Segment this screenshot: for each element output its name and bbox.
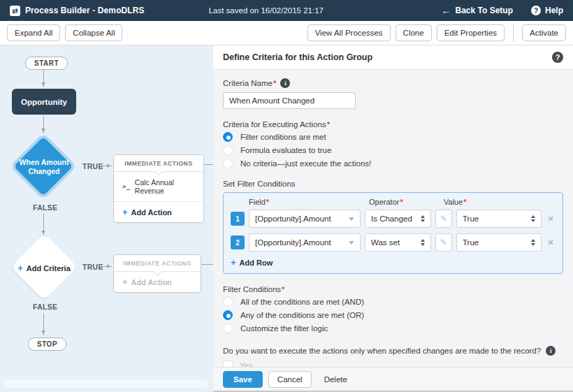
remove-row-icon[interactable]: ✕ xyxy=(546,238,556,247)
radio-button[interactable] xyxy=(223,159,233,168)
add-criteria-label[interactable]: +Add Criteria xyxy=(6,263,82,274)
panel-title: Define Criteria for this Action Group xyxy=(223,52,372,62)
true-label: TRUE xyxy=(82,162,103,170)
value-select[interactable]: True xyxy=(456,233,542,252)
row-number-badge: 1 xyxy=(231,212,245,226)
value-column-header: Value* xyxy=(444,198,467,206)
dropdown-triangle-icon xyxy=(349,241,354,247)
radio-button-selected[interactable] xyxy=(223,132,233,142)
info-icon[interactable]: i xyxy=(280,78,290,88)
apex-code-icon: >_ xyxy=(122,183,130,190)
clone-button[interactable]: Clone xyxy=(396,24,432,41)
select-stepper-icon xyxy=(421,237,425,248)
executing-actions-label: Criteria for Executing Actions* xyxy=(223,120,563,129)
delete-button[interactable]: Delete xyxy=(317,372,354,387)
help-label: Help xyxy=(545,6,563,15)
activate-button[interactable]: Activate xyxy=(522,24,566,41)
immediate-actions-header: IMMEDIATE ACTIONS xyxy=(114,255,201,272)
panel-body: Criteria Name* i Criteria for Executing … xyxy=(213,70,573,370)
filter-row-2: 2 [Opportunity].Amount Was set ✎ True ✕ xyxy=(231,233,556,252)
plus-icon: + xyxy=(231,257,236,268)
radio-customize-filter-logic[interactable]: Customize the filter logic xyxy=(223,324,563,333)
radio-filter-conditions-met[interactable]: Filter conditions are met xyxy=(223,132,563,142)
card-connector-line xyxy=(204,164,213,165)
operator-select[interactable]: Is Changed xyxy=(365,210,431,228)
true-label: TRUE xyxy=(82,263,103,271)
required-asterisk: * xyxy=(273,79,276,87)
radio-button-selected[interactable] xyxy=(223,310,233,320)
start-node: START xyxy=(25,57,68,70)
false-label: FALSE xyxy=(33,303,57,311)
plus-icon: + xyxy=(122,277,128,287)
connector-arrow xyxy=(43,213,44,235)
add-action-button[interactable]: + Add Action xyxy=(114,202,203,222)
row-number-badge: 2 xyxy=(231,235,245,249)
criteria-name-input[interactable] xyxy=(223,92,356,109)
operator-select[interactable]: Was set xyxy=(365,233,431,252)
required-asterisk: * xyxy=(327,120,330,129)
horizontal-scrollbar[interactable] xyxy=(3,379,208,388)
panel-footer: Save Cancel Delete xyxy=(213,367,573,391)
true-arrow xyxy=(101,266,112,267)
view-all-processes-button[interactable]: View All Processes xyxy=(307,24,391,41)
panel-header: Define Criteria for this Action Group ? xyxy=(213,45,573,70)
collapse-all-button[interactable]: Collapse All xyxy=(65,24,122,41)
connector-arrow xyxy=(43,115,44,133)
edit-properties-button[interactable]: Edit Properties xyxy=(437,24,505,41)
radio-all-conditions-and[interactable]: All of the conditions are met (AND) xyxy=(223,297,563,307)
card-connector-line xyxy=(201,264,213,265)
field-picker[interactable]: [Opportunity].Amount xyxy=(249,233,361,252)
operator-column-header: Operator* xyxy=(369,198,440,206)
specified-changes-question: Do you want to execute the actions only … xyxy=(223,346,563,356)
process-builder-icon: ⇄ xyxy=(10,6,20,16)
help-link[interactable]: ? Help xyxy=(531,6,563,15)
last-saved-text: Last saved on 16/02/2015 21:17 xyxy=(209,6,324,15)
back-arrow-icon: ← xyxy=(442,5,451,16)
info-icon[interactable]: i xyxy=(546,346,556,356)
app-title: Process Builder - DemoDLRS xyxy=(25,6,145,15)
select-stepper-icon xyxy=(531,213,535,224)
immediate-actions-card: IMMEDIATE ACTIONS >_ Calc Annual Revenue… xyxy=(113,154,204,223)
field-picker[interactable]: [Opportunity].Amount xyxy=(249,210,361,228)
radio-button[interactable] xyxy=(223,297,233,307)
filter-conditions-table: Field* Operator* Value* 1 [Opportunity].… xyxy=(223,192,563,274)
value-select[interactable]: True xyxy=(456,210,542,228)
connector-arrow xyxy=(43,69,44,87)
add-row-button[interactable]: + Add Row xyxy=(231,257,556,268)
action-item-calc-annual-revenue[interactable]: >_ Calc Annual Revenue xyxy=(114,172,203,202)
radio-button[interactable] xyxy=(223,324,233,333)
plus-icon: + xyxy=(122,207,128,217)
field-column-header: Field* xyxy=(249,198,365,206)
app-header: ⇄ Process Builder - DemoDLRS Last saved … xyxy=(0,0,573,21)
help-icon: ? xyxy=(531,6,541,15)
filter-conditions-label: Filter Conditions* xyxy=(223,285,563,293)
radio-button[interactable] xyxy=(223,145,233,155)
expand-all-button[interactable]: Expand All xyxy=(7,24,60,41)
radio-any-conditions-or[interactable]: Any of the conditions are met (OR) xyxy=(223,310,563,320)
edit-value-pencil-icon[interactable]: ✎ xyxy=(435,210,452,228)
back-to-setup-link[interactable]: ← Back To Setup xyxy=(442,5,513,16)
object-node-opportunity[interactable]: Opportunity xyxy=(12,89,76,115)
panel-help-icon[interactable]: ? xyxy=(552,52,563,63)
back-to-setup-label: Back To Setup xyxy=(456,6,513,15)
select-stepper-icon xyxy=(421,213,425,224)
process-canvas: START Opportunity When Amount Changed TR… xyxy=(0,45,213,392)
false-label: FALSE xyxy=(33,203,57,212)
true-arrow xyxy=(101,166,112,166)
radio-no-criteria[interactable]: No criteria—just execute the actions! xyxy=(223,159,563,168)
action-item-label: Calc Annual Revenue xyxy=(135,178,195,195)
dropdown-triangle-icon xyxy=(349,217,354,224)
remove-row-icon[interactable]: ✕ xyxy=(546,215,556,224)
select-stepper-icon xyxy=(531,237,535,248)
filter-row-1: 1 [Opportunity].Amount Is Changed ✎ True… xyxy=(231,210,556,228)
radio-formula-evaluates[interactable]: Formula evaluates to true xyxy=(223,145,563,155)
edit-value-pencil-icon[interactable]: ✎ xyxy=(435,233,452,252)
define-criteria-panel: Define Criteria for this Action Group ? … xyxy=(213,45,573,392)
toolbar: Expand All Collapse All View All Process… xyxy=(0,21,573,45)
criteria-diamond-label[interactable]: When Amount Changed xyxy=(6,158,82,176)
save-button[interactable]: Save xyxy=(223,371,263,388)
criteria-name-label: Criteria Name* i xyxy=(223,78,563,88)
set-filter-conditions-label: Set Filter Conditions xyxy=(223,180,563,188)
cancel-button[interactable]: Cancel xyxy=(268,371,312,388)
immediate-actions-card-empty: IMMEDIATE ACTIONS + Add Action xyxy=(113,254,201,293)
